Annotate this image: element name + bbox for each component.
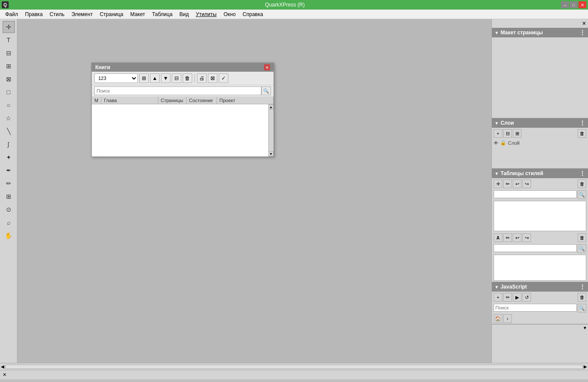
style-search-btn-1[interactable]: 🔍: [578, 190, 586, 199]
delete-layer-button[interactable]: 🗑: [578, 129, 586, 138]
app-icon: Q: [2, 1, 9, 8]
scroll-right-arrow[interactable]: ▶: [584, 364, 587, 369]
style-tables-title: Таблицы стилей: [501, 170, 543, 176]
redo-style-button[interactable]: ↪: [522, 179, 531, 188]
add-layer-button[interactable]: +: [494, 129, 502, 138]
menu-item-view[interactable]: Вид: [176, 10, 193, 18]
edit-style2-button[interactable]: ✏: [503, 233, 512, 242]
layers-menu-icon[interactable]: ⋮: [579, 120, 585, 126]
minimize-button[interactable]: –: [561, 1, 569, 8]
js-nav-row: 🏠 ›: [492, 313, 588, 324]
right-panel-close[interactable]: ✕: [582, 20, 586, 27]
books-search-button[interactable]: 🔍: [261, 86, 271, 95]
tool-line[interactable]: ╲: [3, 125, 15, 137]
books-search-input[interactable]: [94, 86, 261, 95]
menu-item-table[interactable]: Таблица: [149, 10, 176, 18]
print-button[interactable]: 🖨: [197, 73, 207, 83]
col-status: Состояние: [187, 97, 217, 104]
javascript-header[interactable]: ▼ JavaScript ⋮: [492, 282, 588, 292]
scroll-up-arrow[interactable]: ▲: [268, 104, 274, 110]
books-table-header: М Глава Страницы Состояние Проект: [92, 97, 274, 104]
tool-hand[interactable]: ✋: [3, 229, 15, 242]
move-up-button[interactable]: ▲: [150, 73, 160, 83]
scroll-down-arrow[interactable]: ▼: [268, 151, 274, 156]
redo-style2-button[interactable]: ↪: [522, 233, 531, 242]
javascript-menu-icon[interactable]: ⋮: [579, 283, 585, 290]
js-home-button[interactable]: 🏠: [494, 314, 502, 323]
add-js-button[interactable]: +: [494, 293, 502, 302]
menu-item-help[interactable]: Справка: [239, 10, 267, 18]
tool-magnify[interactable]: ⌕: [3, 216, 15, 229]
tool-pointer[interactable]: ✛: [3, 21, 15, 33]
style-search-input-1[interactable]: [494, 190, 577, 198]
add-chapter-button[interactable]: ⊞: [139, 73, 149, 83]
page-layout-header[interactable]: ▼ Макет страницы ⋮: [492, 28, 588, 37]
delete-chapter-button[interactable]: 🗑: [183, 73, 192, 83]
tool-copy[interactable]: ⊟: [3, 47, 15, 59]
edit-js-button[interactable]: ✏: [503, 293, 512, 302]
books-chapter-dropdown[interactable]: 123: [94, 73, 138, 83]
menu-item-element[interactable]: Элемент: [68, 10, 96, 18]
check-button[interactable]: ✓: [219, 73, 228, 83]
tool-copy2[interactable]: ⊞: [3, 60, 15, 72]
books-dialog: Книги ✕ 123 ⊞ ▲ ▼ ⊟ 🗑 🖨 ⊠ ✓ 🔍: [91, 63, 274, 157]
delete-style2-button[interactable]: 🗑: [578, 233, 586, 242]
books-dialog-close-button[interactable]: ✕: [264, 64, 270, 70]
tool-pen[interactable]: ✒: [3, 164, 15, 176]
edit-style-button[interactable]: ✏: [503, 179, 512, 188]
menu-item-style[interactable]: Стиль: [46, 10, 68, 18]
delete-style-button[interactable]: 🗑: [578, 179, 586, 188]
copy-layer-button[interactable]: ⊟: [503, 129, 512, 138]
js-search-input[interactable]: [494, 304, 577, 312]
menu-item-utilities[interactable]: Утилиты: [192, 10, 220, 18]
style-tables-menu-icon[interactable]: ⋮: [579, 170, 585, 177]
tool-bezier[interactable]: ∫: [3, 138, 15, 150]
tool-table[interactable]: ⊞: [3, 190, 15, 203]
style-tables-arrow: ▼: [494, 171, 499, 176]
scroll-left-arrow[interactable]: ◀: [1, 364, 4, 369]
js-search-btn[interactable]: 🔍: [578, 304, 586, 312]
menu-item-window[interactable]: Окно: [220, 10, 239, 18]
page-layout-menu-icon[interactable]: ⋮: [579, 29, 585, 36]
menu-item-layout[interactable]: Макет: [127, 10, 149, 18]
col-chapter: Глава: [101, 97, 158, 104]
undo-style2-button[interactable]: ↩: [513, 233, 521, 242]
restore-button[interactable]: □: [570, 1, 578, 8]
right-panel: ✕ ▼ Макет страницы ⋮ ▼ Слои ⋮: [491, 19, 588, 363]
menu-item-edit[interactable]: Правка: [22, 10, 47, 18]
js-toolbar: + ✏ ▶ ↺ 🗑: [492, 292, 588, 303]
tool-node[interactable]: ✦: [3, 151, 15, 163]
style-search-btn-2[interactable]: 🔍: [578, 244, 586, 253]
tool-rect[interactable]: □: [3, 86, 15, 98]
menu-item-page[interactable]: Страница: [96, 10, 127, 18]
tool-text[interactable]: T: [3, 34, 15, 46]
sync-button[interactable]: ⊠: [208, 73, 217, 83]
js-next-button[interactable]: ›: [503, 314, 512, 323]
style-tables-header[interactable]: ▼ Таблицы стилей ⋮: [492, 169, 588, 178]
merge-layer-button[interactable]: ⊞: [513, 129, 521, 138]
tool-eyedropper[interactable]: ✏: [3, 177, 15, 189]
right-panel-scroll-arrow[interactable]: ▼: [583, 326, 587, 330]
books-dialog-title: Книги: [95, 64, 110, 70]
javascript-arrow: ▼: [494, 285, 499, 289]
style-search-input-2[interactable]: [494, 244, 577, 252]
move-down-button[interactable]: ▼: [161, 73, 170, 83]
tool-ellipse[interactable]: ○: [3, 99, 15, 111]
duplicate-button[interactable]: ⊟: [172, 73, 181, 83]
layers-title: Слои: [501, 120, 514, 126]
add-style-button[interactable]: ✛: [494, 179, 502, 188]
run-js-button[interactable]: ▶: [513, 293, 521, 302]
tool-zoom-eyedrop[interactable]: ⊙: [3, 203, 15, 216]
delete-js-button[interactable]: 🗑: [578, 293, 586, 302]
tool-image[interactable]: ⊠: [3, 73, 15, 85]
undo-style-button[interactable]: ↩: [513, 179, 521, 188]
scroll-h-track[interactable]: [5, 365, 583, 369]
close-button[interactable]: ✕: [578, 1, 586, 8]
layers-header[interactable]: ▼ Слои ⋮: [492, 118, 588, 128]
books-scroll[interactable]: ▲ ▼: [268, 104, 274, 156]
reload-js-button[interactable]: ↺: [522, 293, 531, 302]
status-bar: ✕: [0, 370, 588, 379]
tool-star[interactable]: ☆: [3, 112, 15, 124]
add-style2-button[interactable]: A: [494, 233, 502, 242]
menu-item-file[interactable]: Файл: [2, 10, 22, 18]
